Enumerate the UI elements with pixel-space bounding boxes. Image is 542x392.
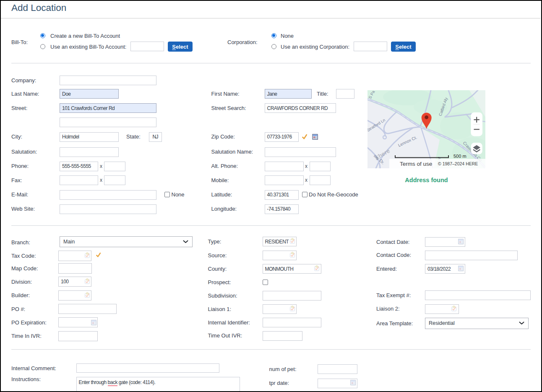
- svg-text:© 1987–2024 HERE: © 1987–2024 HERE: [438, 161, 478, 166]
- svg-text:500 m: 500 m: [453, 154, 466, 159]
- svg-text:Terms of use: Terms of use: [400, 161, 432, 167]
